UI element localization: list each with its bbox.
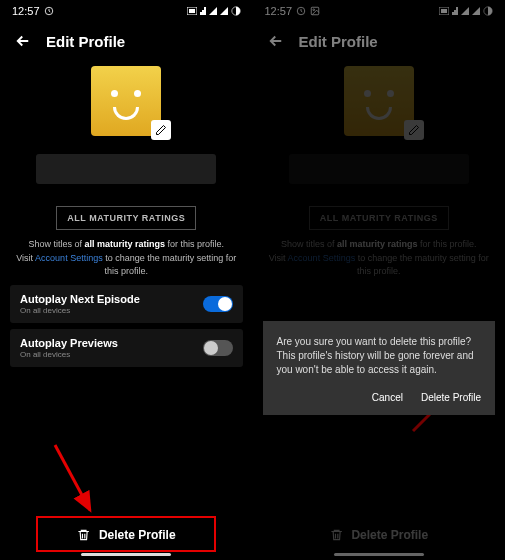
status-time: 12:57 xyxy=(12,5,40,17)
toggle-sublabel: On all devices xyxy=(20,350,118,359)
profile-name-input[interactable] xyxy=(289,154,469,184)
pencil-icon xyxy=(155,124,167,136)
delete-profile-button[interactable]: Delete Profile xyxy=(77,528,176,542)
edit-avatar-button[interactable] xyxy=(404,120,424,140)
trash-icon xyxy=(329,528,343,542)
pencil-icon xyxy=(408,124,420,136)
toggle-sublabel: On all devices xyxy=(20,306,140,315)
page-title: Edit Profile xyxy=(46,33,125,50)
maturity-rating-button[interactable]: ALL MATURITY RATINGS xyxy=(309,206,449,230)
svg-point-7 xyxy=(313,9,315,11)
status-bar: 12:57 xyxy=(253,0,506,22)
autoplay-previews-switch[interactable] xyxy=(203,340,233,356)
edit-avatar-button[interactable] xyxy=(151,120,171,140)
profile-name-input[interactable] xyxy=(36,154,216,184)
nav-handle[interactable] xyxy=(81,553,171,556)
confirm-dialog: Are you sure you want to delete this pro… xyxy=(263,321,496,415)
toggle-label: Autoplay Previews xyxy=(20,337,118,350)
account-settings-link[interactable]: Account Settings xyxy=(288,253,356,263)
toggle-label: Autoplay Next Episode xyxy=(20,293,140,306)
back-arrow-icon[interactable] xyxy=(14,32,32,50)
profile-avatar[interactable] xyxy=(344,66,414,136)
trash-icon xyxy=(77,528,91,542)
maturity-rating-button[interactable]: ALL MATURITY RATINGS xyxy=(56,206,196,230)
phone-right: 12:57 Edit Profile ALL MATURITY RATINGS xyxy=(253,0,506,560)
image-icon xyxy=(310,6,320,16)
maturity-description: Show titles of all maturity ratings for … xyxy=(263,238,496,279)
svg-rect-2 xyxy=(189,9,195,13)
header: Edit Profile xyxy=(0,22,253,56)
autoplay-next-row[interactable]: Autoplay Next Episode On all devices xyxy=(10,285,243,323)
dialog-confirm-button[interactable]: Delete Profile xyxy=(421,391,481,405)
phone-left: 12:57 Edit Profile ALL MATURITY RATINGS … xyxy=(0,0,253,560)
header: Edit Profile xyxy=(253,22,506,56)
status-icons xyxy=(439,6,493,16)
maturity-description: Show titles of all maturity ratings for … xyxy=(10,238,243,279)
svg-rect-9 xyxy=(441,9,447,13)
status-icons xyxy=(187,6,241,16)
delete-profile-button[interactable]: Delete Profile xyxy=(329,528,428,542)
svg-line-4 xyxy=(55,445,90,510)
dialog-cancel-button[interactable]: Cancel xyxy=(372,391,403,405)
dialog-message: Are you sure you want to delete this pro… xyxy=(277,335,482,377)
autoplay-next-switch[interactable] xyxy=(203,296,233,312)
page-title: Edit Profile xyxy=(299,33,378,50)
status-bar: 12:57 xyxy=(0,0,253,22)
account-settings-link[interactable]: Account Settings xyxy=(35,253,103,263)
clock-icon xyxy=(44,6,54,16)
annotation-arrow-icon xyxy=(50,440,100,520)
status-time: 12:57 xyxy=(265,5,293,17)
back-arrow-icon[interactable] xyxy=(267,32,285,50)
autoplay-previews-row[interactable]: Autoplay Previews On all devices xyxy=(10,329,243,367)
clock-icon xyxy=(296,6,306,16)
